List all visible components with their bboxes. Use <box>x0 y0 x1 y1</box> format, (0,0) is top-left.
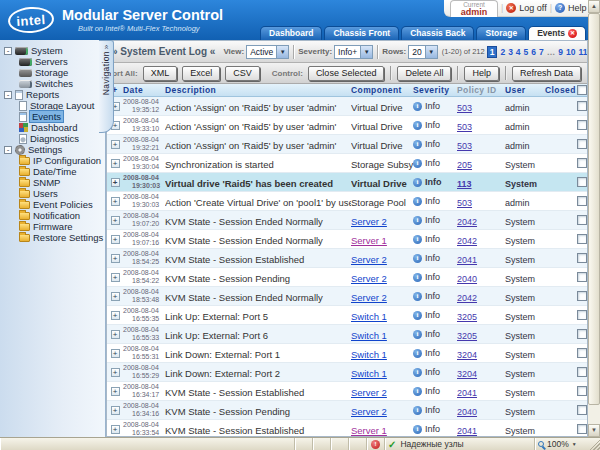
table-row[interactable]: +2008-08-0419:30:03Virtual drive 'Raid5'… <box>107 173 587 192</box>
sidebar-item-reports[interactable]: -Reports <box>0 89 105 100</box>
policy-id-link[interactable]: 3205 <box>457 331 477 341</box>
column-header-description[interactable]: Description <box>165 85 351 95</box>
sidebar-item-dashboard[interactable]: Dashboard <box>0 122 105 133</box>
expand-row-button[interactable]: + <box>111 197 120 206</box>
policy-id-link[interactable]: 503 <box>457 198 472 208</box>
sidebar-item-firmware[interactable]: Firmware <box>0 221 105 232</box>
row-checkbox[interactable] <box>577 215 587 225</box>
page-number-3[interactable]: 3 <box>508 47 513 57</box>
table-row[interactable]: +2008-08-0416:33:54KVM State - Session E… <box>107 420 587 437</box>
row-checkbox[interactable] <box>577 234 587 244</box>
rows-select[interactable]: 20 ▼ <box>408 45 437 59</box>
row-checkbox[interactable] <box>577 291 587 301</box>
help-button[interactable]: ? Help <box>555 3 587 13</box>
tree-toggle-icon[interactable]: - <box>4 146 12 154</box>
column-header-component[interactable]: Component <box>351 85 413 95</box>
sidebar-item-ip-configuration[interactable]: IP Configuration <box>0 155 105 166</box>
tab-chassis-front[interactable]: Chassis Front <box>324 26 399 40</box>
row-checkbox[interactable] <box>577 272 587 282</box>
view-select[interactable]: Active ▼ <box>246 45 289 59</box>
browser-zoom-control[interactable]: 100% ▼ <box>534 438 588 450</box>
policy-id-link[interactable]: 2041 <box>457 426 477 436</box>
component-link[interactable]: Server 2 <box>351 406 387 417</box>
scroll-up-icon[interactable]: ▲ <box>588 0 600 13</box>
column-header-policy-id[interactable]: Policy ID <box>453 85 505 95</box>
row-checkbox[interactable] <box>577 196 587 206</box>
page-number-6[interactable]: 6 <box>531 47 536 57</box>
component-link[interactable]: Server 2 <box>351 216 387 227</box>
export-csv-button[interactable]: CSV <box>225 66 260 81</box>
tab-dashboard[interactable]: Dashboard <box>260 26 322 40</box>
close-icon[interactable]: ✕ <box>568 29 577 38</box>
table-row[interactable]: +2008-08-0419:35:12Action 'Assign' on 'R… <box>107 97 587 116</box>
component-link[interactable]: Server 2 <box>351 273 387 284</box>
tab-events[interactable]: Events✕ <box>528 26 586 40</box>
table-row[interactable]: +2008-08-0419:30:03Action 'Create Virtua… <box>107 192 587 211</box>
help-button[interactable]: Help <box>464 66 499 81</box>
expand-row-button[interactable]: + <box>111 159 120 168</box>
table-row[interactable]: +2008-08-0418:53:48KVM State - Session E… <box>107 287 587 306</box>
refresh-data-button[interactable]: Refresh Data <box>512 66 581 81</box>
export-excel-button[interactable]: Excel <box>182 66 220 81</box>
page-number-2[interactable]: 2 <box>500 47 505 57</box>
table-row[interactable]: +2008-08-0416:55:31Link Down: External: … <box>107 344 587 363</box>
expand-row-button[interactable]: + <box>111 330 120 339</box>
severity-select[interactable]: Info+ ▼ <box>334 45 373 59</box>
table-row[interactable]: +2008-08-0416:34:17KVM State - Session E… <box>107 382 587 401</box>
sidebar-item-switches[interactable]: Switches <box>0 78 105 89</box>
policy-id-link[interactable]: 3204 <box>457 350 477 360</box>
table-row[interactable]: +2008-08-0416:34:16KVM State - Session P… <box>107 401 587 420</box>
table-row[interactable]: +2008-08-0419:33:10Action 'Assign' on 'R… <box>107 116 587 135</box>
row-checkbox[interactable] <box>577 120 587 130</box>
column-header-user[interactable]: User <box>505 85 545 95</box>
policy-id-link[interactable]: 503 <box>457 103 472 113</box>
page-number-5[interactable]: 5 <box>524 47 529 57</box>
sidebar-item-servers[interactable]: Servers <box>0 56 105 67</box>
sidebar-item-storage-layout[interactable]: Storage Layout <box>0 100 105 111</box>
column-header-severity[interactable]: Severity <box>413 85 453 95</box>
table-row[interactable]: +2008-08-0419:07:16KVM State - Session E… <box>107 230 587 249</box>
sidebar-item-storage[interactable]: Storage <box>0 67 105 78</box>
expand-row-button[interactable]: + <box>111 425 120 434</box>
sidebar-item-notification[interactable]: Notification <box>0 210 105 221</box>
select-all-checkbox[interactable] <box>577 85 587 95</box>
expand-row-button[interactable]: + <box>111 235 120 244</box>
sidebar-item-users[interactable]: Users <box>0 188 105 199</box>
expand-row-button[interactable]: + <box>111 273 120 282</box>
row-checkbox[interactable] <box>577 139 587 149</box>
expand-row-button[interactable]: + <box>111 349 120 358</box>
table-row[interactable]: +2008-08-0419:07:20KVM State - Session E… <box>107 211 587 230</box>
scroll-down-icon[interactable]: ▼ <box>588 424 600 437</box>
tab-storage[interactable]: Storage <box>476 26 526 40</box>
tree-toggle-icon[interactable]: - <box>4 47 12 55</box>
page-number-11[interactable]: 11 <box>579 47 588 57</box>
policy-id-link[interactable]: 3205 <box>457 312 477 322</box>
navigation-collapse-tab[interactable]: « Navigation <box>99 40 114 133</box>
sidebar-item-system[interactable]: -System <box>0 45 105 56</box>
page-number-4[interactable]: 4 <box>516 47 521 57</box>
component-link[interactable]: Server 2 <box>351 254 387 265</box>
table-row[interactable]: +2008-08-0416:55:29Link Down: External: … <box>107 363 587 382</box>
table-row[interactable]: +2008-08-0419:30:04Synchronization is st… <box>107 154 587 173</box>
component-link[interactable]: Switch 1 <box>351 330 387 341</box>
component-link[interactable]: Switch 1 <box>351 349 387 360</box>
policy-id-link[interactable]: 2041 <box>457 255 477 265</box>
page-number-9[interactable]: 9 <box>558 47 563 57</box>
row-checkbox[interactable] <box>577 386 587 396</box>
row-checkbox[interactable] <box>577 367 587 377</box>
component-link[interactable]: Server 1 <box>351 235 387 246</box>
policy-id-link[interactable]: 503 <box>457 141 472 151</box>
row-checkbox[interactable] <box>577 310 587 320</box>
sidebar-item-snmp[interactable]: SNMP <box>0 177 105 188</box>
policy-id-link[interactable]: 205 <box>457 160 472 170</box>
component-link[interactable]: Server 2 <box>351 387 387 398</box>
delete-all-button[interactable]: Delete All <box>397 66 451 81</box>
tab-chassis-back[interactable]: Chassis Back <box>401 26 474 40</box>
column-header-closed[interactable]: Closed <box>545 85 575 95</box>
column-header-date[interactable]: Date <box>123 85 165 95</box>
sidebar-item-restore-settings[interactable]: Restore Settings <box>0 232 105 243</box>
row-checkbox[interactable] <box>577 253 587 263</box>
expand-row-button[interactable]: + <box>111 178 120 187</box>
sidebar-item-events[interactable]: Events <box>0 111 105 122</box>
policy-id-link[interactable]: 2042 <box>457 217 477 227</box>
